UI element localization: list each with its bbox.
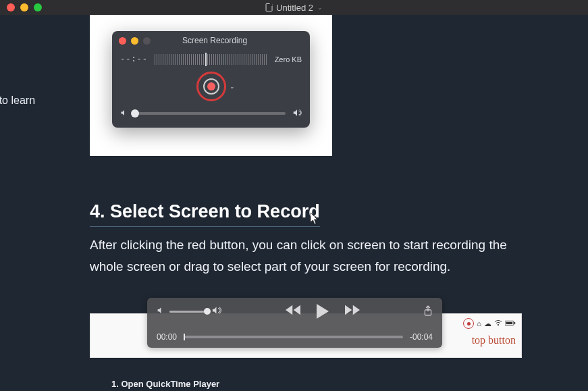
svg-rect-3 bbox=[514, 322, 516, 324]
zoom-button[interactable] bbox=[34, 3, 42, 11]
menubar-record-icon bbox=[463, 318, 474, 329]
media-controls-overlay: 00:00 -00:04 bbox=[147, 298, 442, 348]
cropped-side-text: er to learn bbox=[0, 95, 35, 107]
record-row: ⌄ bbox=[112, 69, 310, 104]
share-button[interactable] bbox=[423, 305, 433, 318]
menubar-icons: ⌂ ☁ bbox=[463, 318, 516, 329]
volume-thumb[interactable] bbox=[131, 109, 139, 118]
file-size: Zero KB bbox=[275, 55, 302, 63]
panel-titlebar: Screen Recording bbox=[112, 31, 310, 50]
section-body: After clicking the red button, you can c… bbox=[90, 234, 522, 278]
progress-slider[interactable] bbox=[184, 336, 403, 338]
waveform-playhead bbox=[205, 53, 207, 66]
volume-row bbox=[112, 104, 310, 123]
overlay-volume-thumb[interactable] bbox=[204, 308, 211, 315]
section-heading: 4. Select Screen to Record bbox=[90, 201, 320, 227]
overlay-speaker-high-icon bbox=[211, 305, 221, 318]
record-highlight-circle: ⌄ bbox=[196, 72, 226, 101]
waveform bbox=[155, 54, 268, 65]
speaker-low-icon bbox=[120, 109, 128, 119]
svg-rect-2 bbox=[506, 322, 513, 324]
stop-button-label: top button bbox=[472, 334, 516, 346]
media-controls-top bbox=[157, 304, 433, 319]
document-icon bbox=[265, 3, 272, 11]
panel-info-row: --:-- Zero KB bbox=[112, 50, 310, 69]
document-title[interactable]: Untitled 2 ⌄ bbox=[265, 3, 323, 13]
current-time: 00:00 bbox=[157, 332, 177, 342]
forward-button[interactable] bbox=[345, 305, 360, 319]
speaker-high-icon bbox=[292, 108, 302, 120]
panel-minimize-icon[interactable] bbox=[131, 37, 138, 45]
record-icon bbox=[207, 82, 215, 90]
figure-screen-recording: Screen Recording --:-- Zero KB ⌄ bbox=[90, 15, 332, 156]
mini-step-block: 1. Open QuickTime Player You can open Qu… bbox=[111, 379, 523, 391]
panel-zoom-icon bbox=[143, 37, 151, 45]
traffic-lights bbox=[7, 3, 42, 11]
menubar-cloud-icon: ☁ bbox=[484, 319, 491, 328]
chevron-down-icon: ⌄ bbox=[317, 4, 323, 11]
media-controls-bottom: 00:00 -00:04 bbox=[157, 332, 433, 342]
volume-slider[interactable] bbox=[135, 112, 286, 115]
menubar-wifi-icon bbox=[494, 319, 502, 328]
elapsed-time: --:-- bbox=[120, 55, 148, 64]
overlay-speaker-low-icon bbox=[157, 305, 165, 317]
document-page: er to learn Screen Recording --:-- Zero … bbox=[0, 15, 588, 391]
progress-playhead[interactable] bbox=[184, 334, 185, 340]
window-titlebar: Untitled 2 ⌄ bbox=[0, 0, 588, 15]
overlay-volume-group bbox=[157, 305, 221, 318]
play-button[interactable] bbox=[317, 304, 329, 319]
panel-close-icon[interactable] bbox=[119, 37, 126, 45]
mini-step-heading: 1. Open QuickTime Player bbox=[111, 379, 523, 389]
record-button[interactable] bbox=[203, 78, 219, 95]
document-title-text: Untitled 2 bbox=[276, 3, 313, 13]
remaining-time: -00:04 bbox=[410, 332, 433, 342]
close-button[interactable] bbox=[7, 3, 15, 11]
screen-recording-panel: Screen Recording --:-- Zero KB ⌄ bbox=[112, 31, 310, 128]
rewind-button[interactable] bbox=[286, 305, 300, 319]
menubar-home-icon: ⌂ bbox=[477, 319, 481, 328]
panel-title: Screen Recording bbox=[182, 36, 247, 45]
transport-controls bbox=[286, 304, 360, 319]
menubar-battery-icon bbox=[505, 319, 516, 328]
svg-point-0 bbox=[498, 324, 499, 325]
overlay-volume-slider[interactable] bbox=[169, 311, 207, 313]
minimize-button[interactable] bbox=[20, 3, 28, 11]
record-options-chevron-icon[interactable]: ⌄ bbox=[230, 83, 235, 90]
